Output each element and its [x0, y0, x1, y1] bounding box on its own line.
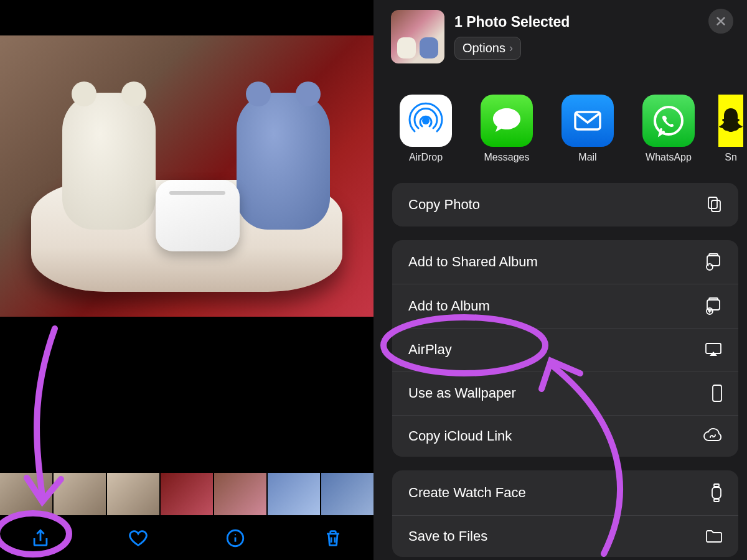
action-group: Add to Shared Album Add to Album AirPlay…	[392, 240, 738, 457]
share-button[interactable]	[19, 528, 62, 549]
svg-point-5	[655, 107, 682, 134]
action-wallpaper[interactable]: Use as Wallpaper	[392, 371, 738, 416]
action-group: Copy Photo	[392, 183, 738, 226]
share-sheet-header: 1 Photo Selected Options ›	[374, 4, 747, 72]
action-add-album[interactable]: Add to Album	[392, 284, 738, 329]
svg-rect-16	[713, 385, 721, 401]
action-label: Add to Album	[408, 298, 490, 314]
action-label: Create Watch Face	[408, 485, 526, 501]
action-airplay[interactable]: AirPlay	[392, 329, 738, 371]
share-sheet-title: 1 Photo Selected	[454, 14, 570, 30]
watch-icon	[702, 483, 723, 503]
app-label: Sn	[725, 152, 737, 163]
viewer-background	[0, 317, 374, 473]
info-button[interactable]	[214, 528, 257, 549]
action-group: Create Watch Face Save to Files	[392, 470, 738, 557]
share-app-airdrop[interactable]: AirDrop	[395, 95, 457, 163]
share-app-mail[interactable]: Mail	[557, 95, 619, 163]
svg-rect-9	[709, 254, 718, 256]
thumbnail[interactable]	[107, 473, 159, 515]
app-label: AirDrop	[409, 152, 443, 163]
thumbnail[interactable]	[161, 473, 213, 515]
add-album-icon	[702, 297, 723, 315]
action-label: AirPlay	[408, 342, 452, 358]
thumbnail[interactable]	[54, 473, 106, 515]
action-save-files[interactable]: Save to Files	[392, 516, 738, 557]
app-label: WhatsApp	[646, 152, 692, 163]
phone-icon	[702, 384, 723, 403]
svg-rect-17	[712, 487, 721, 498]
thumbnail[interactable]	[268, 473, 320, 515]
thumbnail-strip[interactable]	[0, 473, 374, 516]
copy-icon	[702, 195, 723, 214]
action-copy-photo[interactable]: Copy Photo	[392, 183, 738, 226]
thumbnail[interactable]	[0, 473, 52, 515]
share-sheet: 1 Photo Selected Options › AirDrop Messa…	[374, 0, 747, 560]
cloud-link-icon	[702, 428, 723, 444]
app-label: Mail	[578, 152, 596, 163]
messages-icon	[481, 95, 533, 147]
delete-button[interactable]	[311, 528, 355, 549]
action-label: Copy iCloud Link	[408, 428, 512, 444]
chevron-right-icon: ›	[509, 42, 513, 55]
airplay-icon	[702, 341, 723, 358]
airdrop-icon	[400, 95, 452, 147]
options-label: Options	[463, 41, 505, 55]
share-actions: Copy Photo Add to Shared Album Add to Al…	[374, 170, 747, 557]
share-app-snapchat[interactable]: Sn	[718, 95, 743, 163]
svg-rect-13	[709, 298, 718, 300]
thumbnail[interactable]	[214, 473, 266, 515]
svg-rect-18	[714, 484, 719, 487]
folder-icon	[702, 528, 723, 544]
share-apps-row[interactable]: AirDrop Messages Mail WhatsApp Sn	[374, 72, 747, 170]
photos-app-viewer	[0, 0, 374, 560]
options-button[interactable]: Options ›	[454, 37, 521, 60]
share-app-messages[interactable]: Messages	[476, 95, 538, 163]
snapchat-icon	[718, 95, 743, 147]
action-label: Copy Photo	[408, 197, 480, 213]
action-label: Use as Wallpaper	[408, 385, 516, 401]
bottom-toolbar	[0, 516, 374, 560]
top-space	[0, 0, 374, 35]
action-watch-face[interactable]: Create Watch Face	[392, 470, 738, 516]
svg-rect-19	[714, 499, 719, 502]
thumbnail[interactable]	[321, 473, 374, 515]
action-label: Add to Shared Album	[408, 254, 538, 270]
app-label: Messages	[484, 152, 530, 163]
action-icloud-link[interactable]: Copy iCloud Link	[392, 416, 738, 457]
svg-point-2	[235, 534, 236, 535]
whatsapp-icon	[642, 95, 695, 147]
mail-icon	[561, 95, 614, 147]
svg-point-11	[708, 264, 711, 267]
selected-photo-thumbnail[interactable]	[391, 10, 444, 63]
action-label: Save to Files	[408, 528, 487, 544]
action-add-shared-album[interactable]: Add to Shared Album	[392, 240, 738, 284]
main-photo[interactable]	[0, 35, 374, 317]
svg-rect-6	[708, 197, 717, 208]
favorite-button[interactable]	[116, 528, 160, 549]
svg-rect-7	[712, 200, 720, 212]
shared-album-icon	[702, 253, 723, 271]
close-button[interactable]	[708, 9, 733, 34]
share-app-whatsapp[interactable]: WhatsApp	[637, 95, 700, 163]
